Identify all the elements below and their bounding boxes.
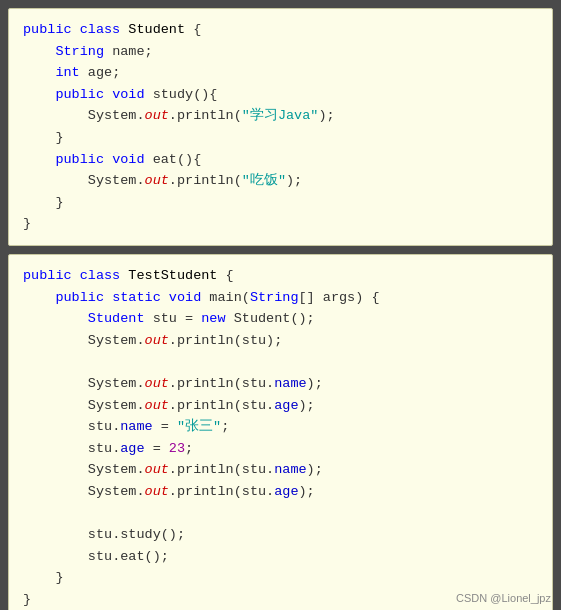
str-zhangsan: "张三" bbox=[177, 419, 221, 434]
method-main: main bbox=[209, 290, 241, 305]
arg-stuage1: stu bbox=[242, 398, 266, 413]
classname-student: Student bbox=[128, 22, 185, 37]
field-name-assign: name bbox=[120, 419, 152, 434]
keyword-string: String bbox=[55, 44, 104, 59]
keyword-void: void bbox=[112, 87, 144, 102]
field-age: age bbox=[88, 65, 112, 80]
keyword-public: public bbox=[23, 22, 72, 37]
println-stuname1: println bbox=[177, 376, 234, 391]
println-stuage1: println bbox=[177, 398, 234, 413]
println-stu: println bbox=[177, 333, 234, 348]
keyword-void2: void bbox=[112, 152, 144, 167]
arg-stuname1: stu bbox=[242, 376, 266, 391]
println-study: println bbox=[177, 108, 234, 123]
system-study: System bbox=[88, 108, 137, 123]
keyword-public2: public bbox=[55, 87, 104, 102]
out-stuage1: out bbox=[145, 398, 169, 413]
classname-teststudent: TestStudent bbox=[128, 268, 217, 283]
system-stuage1: System bbox=[88, 398, 137, 413]
field-age-ref1: age bbox=[274, 398, 298, 413]
println-stuage2: println bbox=[177, 484, 234, 499]
stu-study-call: stu bbox=[88, 527, 112, 542]
out-stuname1: out bbox=[145, 376, 169, 391]
field-name-ref2: name bbox=[274, 462, 306, 477]
keyword-class-b2: class bbox=[80, 268, 121, 283]
out-stuage2: out bbox=[145, 484, 169, 499]
keyword-void-main: void bbox=[169, 290, 201, 305]
println-eat: println bbox=[177, 173, 234, 188]
arg-stuname2: stu bbox=[242, 462, 266, 477]
code-block-2: public class TestStudent { public static… bbox=[8, 254, 553, 610]
out-study: out bbox=[145, 108, 169, 123]
arg-stuage2: stu bbox=[242, 484, 266, 499]
keyword-public-b2: public bbox=[23, 268, 72, 283]
stu-age-assign: stu bbox=[88, 441, 112, 456]
keyword-class: class bbox=[80, 22, 121, 37]
str-study: "学习Java" bbox=[242, 108, 319, 123]
keyword-public3: public bbox=[55, 152, 104, 167]
field-name: name bbox=[112, 44, 144, 59]
param-args: args bbox=[323, 290, 355, 305]
keyword-student-type: Student bbox=[88, 311, 145, 326]
arg-stu: stu bbox=[242, 333, 266, 348]
var-stu: stu bbox=[153, 311, 177, 326]
out-eat: out bbox=[145, 173, 169, 188]
new-student: Student bbox=[234, 311, 291, 326]
num-23: 23 bbox=[169, 441, 185, 456]
system-stuname2: System bbox=[88, 462, 137, 477]
keyword-string-b2: String bbox=[250, 290, 299, 305]
method-study-call: study bbox=[120, 527, 161, 542]
system-stuage2: System bbox=[88, 484, 137, 499]
stu-name-assign: stu bbox=[88, 419, 112, 434]
field-age-assign: age bbox=[120, 441, 144, 456]
keyword-static: static bbox=[112, 290, 161, 305]
system-stu: System bbox=[88, 333, 137, 348]
method-eat: eat bbox=[153, 152, 177, 167]
stu-eat-call: stu bbox=[88, 549, 112, 564]
str-eat: "吃饭" bbox=[242, 173, 286, 188]
code-block-1: public class Student { String name; int … bbox=[8, 8, 553, 246]
keyword-new: new bbox=[201, 311, 225, 326]
keyword-public-main: public bbox=[55, 290, 104, 305]
keyword-int: int bbox=[55, 65, 79, 80]
method-eat-call: eat bbox=[120, 549, 144, 564]
method-study: study bbox=[153, 87, 194, 102]
watermark: CSDN @Lionel_jpz bbox=[456, 592, 551, 604]
out-stu: out bbox=[145, 333, 169, 348]
out-stuname2: out bbox=[145, 462, 169, 477]
field-name-ref1: name bbox=[274, 376, 306, 391]
system-eat: System bbox=[88, 173, 137, 188]
println-stuname2: println bbox=[177, 462, 234, 477]
field-age-ref2: age bbox=[274, 484, 298, 499]
system-stuname1: System bbox=[88, 376, 137, 391]
